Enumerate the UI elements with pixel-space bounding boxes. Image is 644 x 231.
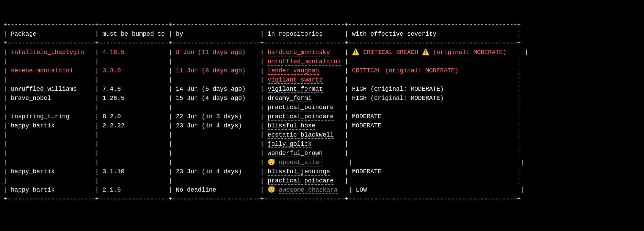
column-header: must be bumped to	[103, 31, 165, 37]
severity: ⚠️ CRITICAL BREACH ⚠️ (original: MODERAT…	[352, 49, 506, 56]
repo-name: awesome_bhaskara	[279, 186, 338, 194]
package-name: happy_bartik	[11, 122, 55, 129]
deadline: 23 Jun (in 4 days)	[176, 168, 242, 175]
deadline: No deadline	[176, 186, 216, 193]
table-row: | unruffled_williams | 7.4.6 | 14 Jun (5…	[3, 85, 641, 94]
repo-name: upbeat_allen	[279, 159, 323, 166]
package-name: brave_nobel	[11, 95, 51, 102]
deadline: 11 Jun (8 days ago)	[176, 67, 246, 74]
package-name: happy_bartik	[11, 186, 55, 193]
repo-entry: 😴 upbeat_allen	[268, 159, 323, 166]
repo-name: tender_vaughan	[268, 67, 319, 75]
table-row: | serene_montalcini | 3.3.0 | 11 Jun (8 …	[3, 66, 641, 75]
table-row: | | | | practical_poincare | |	[3, 103, 641, 112]
severity: LOW	[356, 186, 367, 193]
package-name: inspiring_turing	[11, 113, 70, 120]
deadline: 23 Jun (in 4 days)	[176, 122, 242, 129]
sleeping-icon: 😴	[268, 159, 275, 166]
repo-name: vigilant_fermat	[268, 86, 323, 93]
severity: HIGH (original: MODERATE)	[352, 95, 444, 102]
repo-name: practical_poincare	[268, 177, 334, 185]
package-name: unruffled_williams	[11, 86, 77, 92]
deadline: 22 Jun (in 3 days)	[176, 113, 242, 120]
table-row: | Package | must be bumped to | by | in …	[3, 30, 641, 39]
bump-version: 4.16.5	[103, 49, 125, 56]
bump-version: 8.2.0	[103, 113, 121, 120]
table-row: | | | | ecstatic_blackwell | |	[3, 130, 641, 140]
bump-version: 2.2.22	[103, 122, 125, 129]
deadline: 8 Jun (11 days ago)	[176, 49, 246, 56]
severity: MODERATE	[352, 113, 381, 120]
table-row: | | | | vigilant_swartz | |	[3, 75, 641, 85]
table-row: | | | | 😴 upbeat_allen | |	[3, 158, 641, 167]
table-row: | happy_bartik | 3.1.10 | 23 Jun (in 4 d…	[3, 167, 641, 176]
terminal-output: +------------------------+--------------…	[0, 18, 644, 206]
column-header: Package	[11, 31, 37, 37]
severity: MODERATE	[352, 168, 381, 175]
repo-name: dreamy_fermi	[268, 95, 312, 102]
sleeping-icon: 😴	[268, 186, 275, 193]
severity: HIGH (original: MODERATE)	[352, 86, 444, 92]
repo-name: hardcore_meninsky	[268, 49, 330, 56]
table-row: | happy_bartik | 2.2.22 | 23 Jun (in 4 d…	[3, 121, 641, 130]
package-name: serene_montalcini	[11, 67, 73, 74]
repo-name: blissful_jennings	[268, 168, 330, 176]
column-header: in repositories	[268, 31, 323, 37]
repo-name: jolly_golick	[268, 141, 312, 148]
table-row: | | | | unruffled_montalcini | |	[3, 57, 641, 66]
column-header: with effective severity	[352, 31, 436, 37]
package-name: infallible_chaplygin	[11, 49, 84, 56]
repo-name: practical_poincare	[268, 113, 334, 121]
table-row: | | | | wonderful_brown | |	[3, 149, 641, 158]
repo-name: blissful_bose	[268, 122, 315, 130]
repo-name: vigilant_swartz	[268, 76, 323, 84]
package-name: happy_bartik	[11, 168, 55, 175]
bump-version: 7.4.6	[103, 86, 121, 92]
bump-version: 3.1.10	[103, 168, 125, 175]
warning-icon: ⚠️	[422, 49, 429, 56]
table-row: | | | | jolly_golick | |	[3, 140, 641, 149]
repo-name: unruffled_montalcini	[268, 58, 341, 66]
deadline: 15 Jun (4 days ago)	[176, 95, 246, 102]
repo-name: wonderful_brown	[268, 150, 323, 157]
deadline: 14 Jun (5 days ago)	[176, 86, 246, 92]
severity: CRITICAL (original: MODERATE)	[352, 67, 458, 74]
column-header: by	[176, 31, 183, 37]
table-row: | infallible_chaplygin | 4.16.5 | 8 Jun …	[3, 48, 641, 57]
bump-version: 1.26.5	[103, 95, 125, 102]
bump-version: 3.3.0	[103, 67, 121, 74]
table-row: | | | | practical_poincare | |	[3, 176, 641, 185]
repo-name: practical_poincare	[268, 104, 334, 111]
bump-version: 2.1.5	[103, 186, 121, 193]
severity: MODERATE	[352, 122, 381, 129]
table-row: | brave_nobel | 1.26.5 | 15 Jun (4 days …	[3, 94, 641, 103]
table-row: | inspiring_turing | 8.2.0 | 22 Jun (in …	[3, 112, 641, 121]
warning-icon: ⚠️	[352, 49, 359, 56]
repo-entry: 😴 awesome_bhaskara	[268, 186, 338, 194]
table-row: | happy_bartik | 2.1.5 | No deadline | 😴…	[3, 185, 641, 195]
repo-name: ecstatic_blackwell	[268, 131, 334, 139]
